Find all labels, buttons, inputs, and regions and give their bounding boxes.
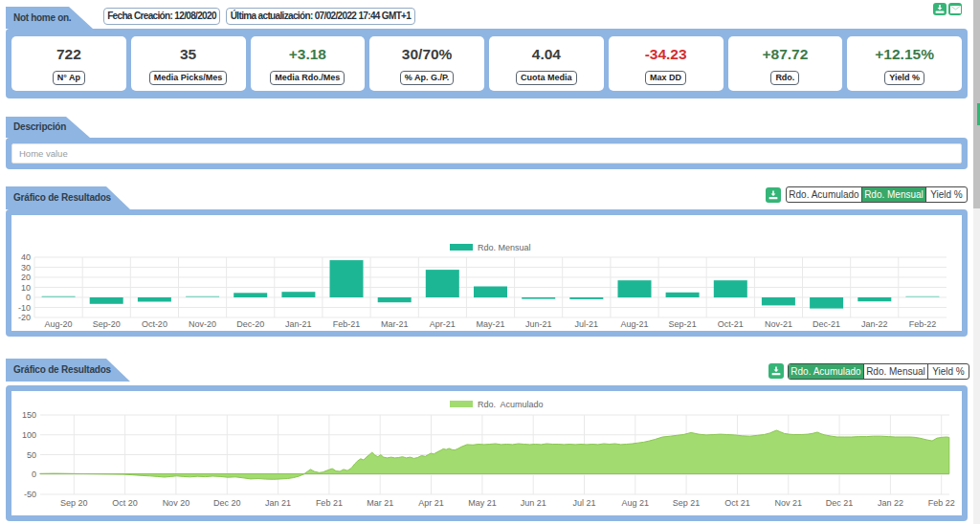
svg-text:100: 100 [22,430,36,440]
svg-text:Oct 21: Oct 21 [724,498,750,508]
svg-text:40: 40 [21,252,31,262]
svg-text:Mar 21: Mar 21 [367,498,393,508]
svg-text:Jan 22: Jan 22 [878,498,903,508]
svg-text:Sep-21: Sep-21 [669,319,697,329]
svg-text:Jun-21: Jun-21 [525,319,552,329]
svg-text:-10: -10 [18,303,31,313]
svg-text:Oct 20: Oct 20 [112,498,138,508]
svg-text:Dec 20: Dec 20 [213,498,241,508]
svg-text:Oct-20: Oct-20 [142,319,167,329]
svg-text:Mar-21: Mar-21 [381,319,409,329]
svg-text:20: 20 [21,273,31,282]
svg-text:Nov-20: Nov-20 [189,319,216,329]
svg-text:Aug 21: Aug 21 [622,498,650,508]
svg-text:Jan-22: Jan-22 [861,319,888,329]
svg-text:Jul 21: Jul 21 [572,498,595,508]
svg-text:Nov 21: Nov 21 [775,498,803,508]
svg-text:50: 50 [27,450,36,460]
svg-text:0: 0 [32,469,36,479]
svg-text:Nov 20: Nov 20 [163,498,190,508]
svg-text:May 21: May 21 [468,498,497,508]
svg-text:Oct-21: Oct-21 [718,319,744,329]
svg-text:Jan-21: Jan-21 [285,319,312,329]
svg-text:Dec 21: Dec 21 [826,498,854,508]
svg-text:Apr 21: Apr 21 [418,498,444,508]
svg-text:0: 0 [26,293,31,302]
svg-text:Aug-20: Aug-20 [45,319,73,329]
svg-text:Sep-20: Sep-20 [93,319,121,329]
svg-text:Dec-21: Dec-21 [813,319,840,329]
svg-text:150: 150 [22,410,36,420]
svg-text:Rdo. Acumulado: Rdo. Acumulado [478,400,544,409]
svg-text:30: 30 [21,263,31,273]
svg-text:May-21: May-21 [476,319,504,329]
svg-text:Rdo. Mensual: Rdo. Mensual [478,243,531,252]
svg-text:10: 10 [21,283,31,293]
svg-text:Jan 21: Jan 21 [265,498,291,508]
svg-text:Jun 21: Jun 21 [521,498,546,508]
svg-text:Feb 21: Feb 21 [316,498,343,508]
svg-text:Nov-21: Nov-21 [765,319,792,329]
svg-text:Feb-21: Feb-21 [333,319,361,329]
svg-text:Feb-22: Feb-22 [909,319,937,329]
svg-text:Sep 20: Sep 20 [60,498,88,508]
svg-text:Apr-21: Apr-21 [430,319,456,329]
svg-text:Feb 22: Feb 22 [928,498,955,508]
svg-text:Aug-21: Aug-21 [620,319,648,329]
svg-text:Dec-20: Dec-20 [236,319,264,329]
svg-text:Sep 21: Sep 21 [673,498,701,508]
svg-text:-50: -50 [24,490,36,499]
svg-text:-20: -20 [18,313,31,322]
svg-text:Jul-21: Jul-21 [575,319,599,329]
